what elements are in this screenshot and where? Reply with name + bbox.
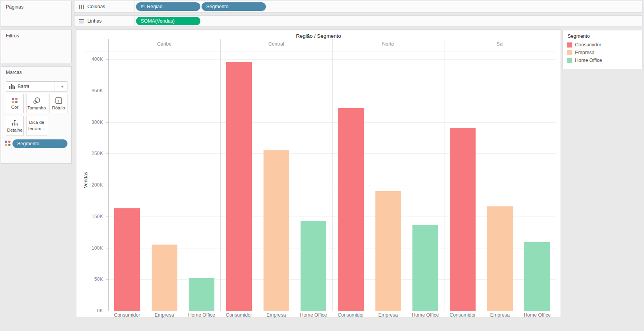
color-button-label: Cor	[11, 105, 19, 109]
x-category-label: Consumidor	[226, 312, 252, 318]
filters-shelf[interactable]: Filtros	[1, 30, 72, 63]
y-tick-label: 300K	[80, 120, 103, 125]
y-tick-label: 0K	[80, 308, 103, 313]
x-category-label: Empresa	[490, 312, 510, 318]
legend-swatch	[567, 58, 572, 63]
detail-tree-icon	[11, 120, 18, 126]
marks-card: Marcas Barra Cor Tamanho	[1, 66, 72, 164]
bar-sul-empresa[interactable]	[487, 206, 513, 311]
tableau-workspace: Páginas Filtros Marcas Barra Cor	[0, 0, 644, 331]
size-button[interactable]: Tamanho	[26, 94, 47, 113]
bar-chart-icon	[9, 84, 15, 89]
region-header-central[interactable]: Central	[268, 41, 284, 47]
legend-title: Segmento	[568, 33, 590, 39]
size-button-label: Tamanho	[27, 106, 46, 110]
pane-divider	[220, 39, 221, 311]
bar-sul-home-office[interactable]	[524, 242, 550, 311]
region-header-caribe[interactable]: Caribe	[157, 41, 172, 47]
legend-item-empresa[interactable]: Empresa	[567, 50, 594, 55]
pane-divider	[332, 39, 333, 311]
marks-card-title: Marcas	[6, 70, 22, 75]
y-tick-label: 100K	[80, 245, 103, 251]
bar-central-consumidor[interactable]	[226, 62, 252, 311]
x-category-label: Home Office	[412, 312, 439, 318]
color-button[interactable]: Cor	[6, 94, 24, 113]
pill-região[interactable]: ⊞Região	[136, 2, 200, 11]
tooltip-button-label: Dica de ferram...	[28, 120, 46, 132]
legend-item-label: Empresa	[575, 50, 594, 55]
bar-caribe-consumidor[interactable]	[114, 208, 140, 311]
y-tick-label: 400K	[80, 56, 103, 62]
region-header-sul[interactable]: Sul	[496, 41, 503, 47]
pill-segmento[interactable]: Segmento	[202, 2, 266, 11]
detail-button-label: Detalhe	[7, 128, 23, 132]
region-header-norte[interactable]: Norte	[382, 41, 394, 47]
x-category-label: Consumidor	[449, 312, 476, 318]
text-label-icon: T	[55, 97, 62, 104]
x-category-label: Empresa	[378, 312, 398, 318]
x-category-label: Empresa	[266, 312, 286, 318]
mark-type-value: Barra	[18, 84, 30, 89]
expand-plus-icon[interactable]: ⊞	[141, 4, 145, 9]
y-tick-label: 50K	[80, 276, 103, 282]
x-category-label: Empresa	[154, 312, 174, 318]
legend-card: Segmento ConsumidorEmpresaHome Office	[563, 30, 643, 69]
marks-pill-segmento[interactable]: Segmento	[12, 139, 67, 148]
columns-shelf-label: Colunas	[74, 1, 135, 12]
mark-type-dropdown[interactable]: Barra	[6, 81, 67, 92]
y-tick-label: 150K	[80, 214, 103, 219]
y-tick-label: 350K	[80, 88, 103, 93]
x-category-label: Consumidor	[338, 312, 364, 318]
legend-item-label: Home Office	[575, 58, 602, 63]
x-category-label: Consumidor	[114, 312, 140, 318]
x-category-label: Home Office	[188, 312, 215, 318]
bar-sul-consumidor[interactable]	[450, 128, 476, 311]
segment-color-dots-icon	[5, 141, 11, 146]
bar-central-empresa[interactable]	[264, 150, 289, 311]
y-axis-title: Vendas	[83, 164, 88, 195]
bar-norte-home-office[interactable]	[412, 225, 438, 311]
columns-shelf[interactable]: Colunas ⊞RegiãoSegmento	[74, 1, 642, 12]
detail-button[interactable]: Detalhe	[6, 116, 24, 136]
legend-swatch	[567, 50, 572, 55]
filters-shelf-title: Filtros	[6, 33, 19, 39]
bar-caribe-home-office[interactable]	[189, 278, 214, 311]
columns-shelf-text: Colunas	[87, 4, 105, 9]
marks-pill-segmento-label: Segmento	[17, 141, 39, 146]
x-category-label: Home Office	[524, 312, 551, 318]
pane-divider	[556, 39, 556, 311]
bar-caribe-empresa[interactable]	[152, 245, 177, 311]
pane-top-rule	[84, 51, 556, 51]
columns-icon	[79, 5, 84, 9]
tooltip-button[interactable]: Dica de ferram...	[26, 116, 47, 136]
x-axis-line	[108, 311, 556, 311]
pane-divider	[444, 39, 444, 311]
legend-swatch	[567, 42, 572, 48]
chart-card: Região / Segmento 0K50K100K150K200K250K3…	[76, 29, 561, 317]
pill-label: Segmento	[206, 4, 228, 9]
rows-shelf[interactable]: Linhas SOMA(Vendas)	[74, 15, 642, 27]
rows-icon	[79, 19, 84, 23]
svg-text:T: T	[57, 98, 60, 103]
pages-shelf[interactable]: Páginas	[1, 1, 72, 26]
y-axis-line	[108, 39, 109, 311]
color-dots-icon	[12, 98, 18, 103]
chevron-down-icon[interactable]	[61, 86, 64, 88]
rows-shelf-label: Linhas	[74, 16, 135, 26]
bar-norte-empresa[interactable]	[375, 191, 401, 311]
bar-central-home-office[interactable]	[301, 221, 326, 311]
x-category-label: Home Office	[300, 312, 327, 318]
y-tick-label: 250K	[80, 151, 103, 156]
pill-label: SOMA(Vendas)	[141, 18, 175, 24]
pill-soma(vendas)[interactable]: SOMA(Vendas)	[136, 17, 200, 25]
legend-item-consumidor[interactable]: Consumidor	[567, 42, 601, 48]
pill-label: Região	[147, 4, 163, 9]
bar-norte-consumidor[interactable]	[338, 108, 364, 311]
pages-shelf-title: Páginas	[6, 4, 23, 10]
rows-shelf-text: Linhas	[87, 18, 102, 24]
label-button[interactable]: T Rótulo	[50, 94, 67, 113]
legend-item-home-office[interactable]: Home Office	[567, 58, 602, 63]
legend-item-label: Consumidor	[575, 42, 601, 48]
label-button-label: Rótulo	[52, 106, 65, 110]
size-circles-icon	[33, 97, 40, 104]
